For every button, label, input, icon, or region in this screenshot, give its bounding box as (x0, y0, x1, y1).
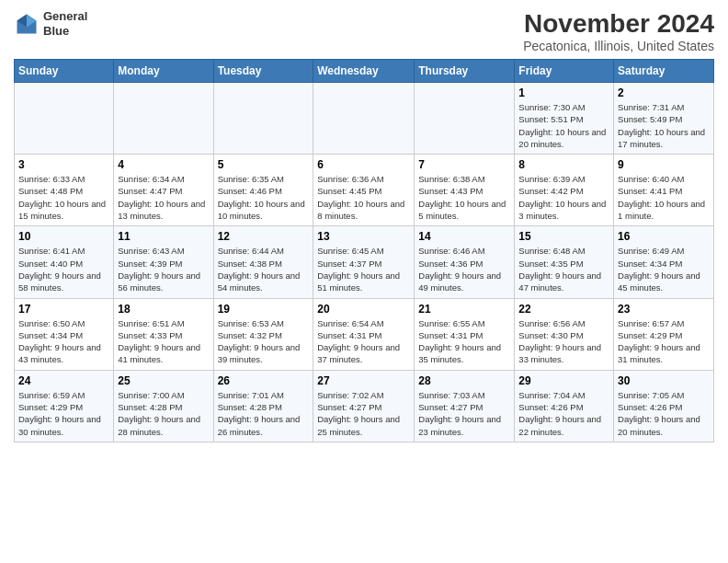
day-number: 22 (518, 303, 609, 316)
day-number: 18 (118, 303, 209, 316)
week-row-5: 24Sunrise: 6:59 AM Sunset: 4:29 PM Dayli… (15, 370, 714, 442)
day-number: 7 (418, 158, 510, 171)
day-cell: 10Sunrise: 6:41 AM Sunset: 4:40 PM Dayli… (15, 226, 114, 298)
day-cell: 9Sunrise: 6:40 AM Sunset: 4:41 PM Daylig… (614, 155, 714, 226)
day-info: Sunrise: 7:03 AM Sunset: 4:27 PM Dayligh… (418, 389, 510, 438)
subtitle: Pecatonica, Illinois, United States (523, 39, 714, 53)
day-info: Sunrise: 6:40 AM Sunset: 4:41 PM Dayligh… (618, 173, 710, 222)
day-info: Sunrise: 7:04 AM Sunset: 4:26 PM Dayligh… (518, 389, 609, 438)
day-info: Sunrise: 6:39 AM Sunset: 4:42 PM Dayligh… (518, 173, 609, 222)
column-header-wednesday: Wednesday (313, 60, 415, 83)
day-info: Sunrise: 7:05 AM Sunset: 4:26 PM Dayligh… (618, 389, 710, 438)
day-cell: 23Sunrise: 6:57 AM Sunset: 4:29 PM Dayli… (614, 298, 714, 370)
day-number: 14 (418, 230, 510, 243)
title-block: November 2024 Pecatonica, Illinois, Unit… (523, 9, 714, 53)
day-info: Sunrise: 6:34 AM Sunset: 4:47 PM Dayligh… (118, 173, 209, 222)
day-info: Sunrise: 6:53 AM Sunset: 4:32 PM Dayligh… (218, 317, 310, 366)
day-number: 5 (218, 158, 310, 171)
day-cell: 24Sunrise: 6:59 AM Sunset: 4:29 PM Dayli… (15, 370, 114, 442)
day-number: 3 (18, 158, 109, 171)
day-info: Sunrise: 6:44 AM Sunset: 4:38 PM Dayligh… (218, 245, 310, 293)
logo-text: General Blue (43, 9, 87, 38)
day-cell: 5Sunrise: 6:35 AM Sunset: 4:46 PM Daylig… (213, 155, 313, 226)
day-number: 24 (18, 374, 109, 387)
header: General Blue November 2024 Pecatonica, I… (14, 9, 714, 53)
day-number: 30 (618, 374, 710, 387)
page: General Blue November 2024 Pecatonica, I… (0, 0, 728, 452)
day-info: Sunrise: 6:56 AM Sunset: 4:30 PM Dayligh… (518, 317, 609, 366)
day-info: Sunrise: 6:36 AM Sunset: 4:45 PM Dayligh… (317, 173, 410, 222)
day-info: Sunrise: 7:02 AM Sunset: 4:27 PM Dayligh… (317, 389, 410, 438)
main-title: November 2024 (523, 9, 714, 39)
day-cell: 16Sunrise: 6:49 AM Sunset: 4:34 PM Dayli… (614, 226, 714, 298)
day-number: 8 (518, 158, 609, 171)
day-info: Sunrise: 6:54 AM Sunset: 4:31 PM Dayligh… (317, 317, 410, 366)
day-cell: 6Sunrise: 6:36 AM Sunset: 4:45 PM Daylig… (313, 155, 415, 226)
day-number: 10 (18, 230, 109, 243)
day-number: 13 (317, 230, 410, 243)
day-number: 15 (518, 230, 609, 243)
calendar-header-row: SundayMondayTuesdayWednesdayThursdayFrid… (15, 60, 714, 83)
day-cell: 13Sunrise: 6:45 AM Sunset: 4:37 PM Dayli… (313, 226, 415, 298)
day-cell: 26Sunrise: 7:01 AM Sunset: 4:28 PM Dayli… (213, 370, 313, 442)
day-number: 19 (218, 303, 310, 316)
day-info: Sunrise: 6:38 AM Sunset: 4:43 PM Dayligh… (418, 173, 510, 222)
day-number: 6 (317, 158, 410, 171)
week-row-1: 1Sunrise: 7:30 AM Sunset: 5:51 PM Daylig… (15, 83, 714, 155)
day-number: 29 (518, 374, 609, 387)
day-cell: 3Sunrise: 6:33 AM Sunset: 4:48 PM Daylig… (15, 155, 114, 226)
day-info: Sunrise: 6:33 AM Sunset: 4:48 PM Dayligh… (18, 173, 109, 222)
day-cell: 20Sunrise: 6:54 AM Sunset: 4:31 PM Dayli… (313, 298, 415, 370)
day-info: Sunrise: 6:49 AM Sunset: 4:34 PM Dayligh… (618, 245, 710, 293)
day-info: Sunrise: 6:35 AM Sunset: 4:46 PM Dayligh… (218, 173, 310, 222)
day-number: 26 (218, 374, 310, 387)
day-cell: 18Sunrise: 6:51 AM Sunset: 4:33 PM Dayli… (114, 298, 213, 370)
day-info: Sunrise: 6:48 AM Sunset: 4:35 PM Dayligh… (518, 245, 609, 293)
day-info: Sunrise: 6:51 AM Sunset: 4:33 PM Dayligh… (118, 317, 209, 366)
day-number: 9 (618, 158, 710, 171)
day-info: Sunrise: 7:00 AM Sunset: 4:28 PM Dayligh… (118, 389, 209, 438)
day-cell (114, 83, 213, 155)
week-row-2: 3Sunrise: 6:33 AM Sunset: 4:48 PM Daylig… (15, 155, 714, 226)
day-info: Sunrise: 6:59 AM Sunset: 4:29 PM Dayligh… (18, 389, 109, 438)
column-header-sunday: Sunday (15, 60, 114, 83)
day-number: 16 (618, 230, 710, 243)
day-cell: 21Sunrise: 6:55 AM Sunset: 4:31 PM Dayli… (415, 298, 515, 370)
day-cell: 14Sunrise: 6:46 AM Sunset: 4:36 PM Dayli… (415, 226, 515, 298)
day-info: Sunrise: 7:30 AM Sunset: 5:51 PM Dayligh… (518, 101, 609, 150)
calendar: SundayMondayTuesdayWednesdayThursdayFrid… (14, 59, 714, 442)
day-cell (415, 83, 515, 155)
day-cell: 7Sunrise: 6:38 AM Sunset: 4:43 PM Daylig… (415, 155, 515, 226)
day-number: 25 (118, 374, 209, 387)
week-row-4: 17Sunrise: 6:50 AM Sunset: 4:34 PM Dayli… (15, 298, 714, 370)
day-cell: 19Sunrise: 6:53 AM Sunset: 4:32 PM Dayli… (213, 298, 313, 370)
day-number: 23 (618, 303, 710, 316)
day-number: 11 (118, 230, 209, 243)
day-cell: 27Sunrise: 7:02 AM Sunset: 4:27 PM Dayli… (313, 370, 415, 442)
day-number: 4 (118, 158, 209, 171)
day-cell: 15Sunrise: 6:48 AM Sunset: 4:35 PM Dayli… (515, 226, 614, 298)
column-header-tuesday: Tuesday (213, 60, 313, 83)
day-number: 2 (618, 86, 710, 99)
day-number: 28 (418, 374, 510, 387)
day-cell: 12Sunrise: 6:44 AM Sunset: 4:38 PM Dayli… (213, 226, 313, 298)
day-info: Sunrise: 7:31 AM Sunset: 5:49 PM Dayligh… (618, 101, 710, 150)
column-header-thursday: Thursday (415, 60, 515, 83)
day-cell (213, 83, 313, 155)
week-row-3: 10Sunrise: 6:41 AM Sunset: 4:40 PM Dayli… (15, 226, 714, 298)
column-header-monday: Monday (114, 60, 213, 83)
day-cell: 1Sunrise: 7:30 AM Sunset: 5:51 PM Daylig… (515, 83, 614, 155)
day-number: 1 (518, 86, 609, 99)
day-cell: 2Sunrise: 7:31 AM Sunset: 5:49 PM Daylig… (614, 83, 714, 155)
day-cell: 8Sunrise: 6:39 AM Sunset: 4:42 PM Daylig… (515, 155, 614, 226)
day-info: Sunrise: 7:01 AM Sunset: 4:28 PM Dayligh… (218, 389, 310, 438)
day-cell: 25Sunrise: 7:00 AM Sunset: 4:28 PM Dayli… (114, 370, 213, 442)
day-cell: 4Sunrise: 6:34 AM Sunset: 4:47 PM Daylig… (114, 155, 213, 226)
day-number: 17 (18, 303, 109, 316)
day-info: Sunrise: 6:57 AM Sunset: 4:29 PM Dayligh… (618, 317, 710, 366)
logo: General Blue (14, 9, 87, 38)
day-cell: 11Sunrise: 6:43 AM Sunset: 4:39 PM Dayli… (114, 226, 213, 298)
day-info: Sunrise: 6:50 AM Sunset: 4:34 PM Dayligh… (18, 317, 109, 366)
day-cell: 30Sunrise: 7:05 AM Sunset: 4:26 PM Dayli… (614, 370, 714, 442)
column-header-saturday: Saturday (614, 60, 714, 83)
